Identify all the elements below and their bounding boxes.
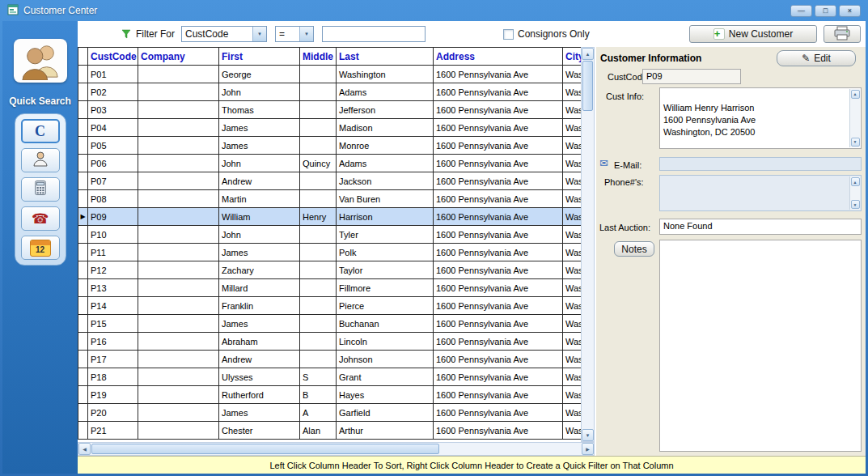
grid-cell-city[interactable]: Washington	[563, 208, 582, 226]
scroll-down-icon[interactable]: ▼	[582, 429, 594, 441]
grid-cell-first[interactable]: William	[219, 208, 300, 226]
table-row[interactable]: P14FranklinPierce1600 Pennsylvania AveWa…	[78, 297, 582, 315]
grid-cell-city[interactable]: Washington	[563, 404, 582, 422]
grid-cell-address[interactable]: 1600 Pennsylvania Ave	[434, 279, 563, 297]
grid-cell-custcode[interactable]: P16	[88, 333, 138, 351]
grid-cell-last[interactable]: Fillmore	[337, 279, 434, 297]
grid-cell-first[interactable]: James	[219, 244, 300, 261]
column-header-company[interactable]: Company	[138, 48, 219, 66]
grid-cell-address[interactable]: 1600 Pennsylvania Ave	[434, 226, 563, 244]
grid-cell-last[interactable]: Hayes	[337, 386, 434, 404]
column-header-address[interactable]: Address	[434, 48, 563, 66]
row-selector-cell[interactable]	[78, 368, 88, 386]
grid-cell-city[interactable]: Washington	[563, 422, 582, 440]
grid-cell-custcode[interactable]: P01	[88, 66, 138, 83]
grid-cell-first[interactable]: Zachary	[219, 261, 300, 279]
notes-field[interactable]	[659, 240, 862, 452]
table-row[interactable]: P08MartinVan Buren1600 Pennsylvania AveW…	[78, 190, 582, 208]
grid-cell-last[interactable]: Madison	[337, 119, 434, 137]
scroll-up-icon[interactable]: ▲	[851, 90, 860, 99]
grid-cell-city[interactable]: Washington	[563, 315, 582, 333]
grid-cell-middle[interactable]: A	[300, 404, 337, 422]
grid-cell-company[interactable]	[138, 279, 219, 297]
grid-cell-company[interactable]	[138, 351, 219, 368]
grid-cell-city[interactable]: Washington	[563, 261, 582, 279]
grid-cell-custcode[interactable]: P03	[88, 101, 138, 119]
scroll-up-icon[interactable]: ▲	[851, 177, 860, 186]
vertical-scroll-thumb[interactable]	[582, 61, 593, 111]
phones-scrollbar[interactable]: ▲ ▼	[849, 176, 860, 210]
grid-cell-address[interactable]: 1600 Pennsylvania Ave	[434, 351, 563, 368]
grid-cell-custcode[interactable]: P07	[88, 172, 138, 190]
quick-search-calculator-button[interactable]	[21, 177, 60, 202]
filter-field-dropdown[interactable]: CustCode ▼	[181, 26, 267, 42]
grid-cell-first[interactable]: Franklin	[219, 297, 300, 315]
maximize-icon[interactable]: □	[815, 5, 836, 17]
grid-cell-address[interactable]: 1600 Pennsylvania Ave	[434, 66, 563, 83]
row-selector-cell[interactable]	[78, 422, 88, 440]
grid-cell-custcode[interactable]: P13	[88, 279, 138, 297]
row-selector-cell[interactable]	[78, 226, 88, 244]
grid-cell-city[interactable]: Washington	[563, 190, 582, 208]
grid-cell-last[interactable]: Jefferson	[337, 101, 434, 119]
row-selector-cell[interactable]	[78, 315, 88, 333]
grid-cell-last[interactable]: Polk	[337, 244, 434, 261]
grid-cell-custcode[interactable]: P11	[88, 244, 138, 261]
row-selector-cell[interactable]	[78, 101, 88, 119]
grid-cell-last[interactable]: Garfield	[337, 404, 434, 422]
grid-cell-address[interactable]: 1600 Pennsylvania Ave	[434, 83, 563, 101]
grid-cell-middle[interactable]	[300, 190, 337, 208]
grid-cell-city[interactable]: Washington	[563, 137, 582, 155]
table-row[interactable]: P15JamesBuchanan1600 Pennsylvania AveWas…	[78, 315, 582, 333]
grid-cell-custcode[interactable]: P20	[88, 404, 138, 422]
table-row[interactable]: P10JohnTyler1600 Pennsylvania AveWashing…	[78, 226, 582, 244]
grid-cell-first[interactable]: Millard	[219, 279, 300, 297]
table-row[interactable]: P04JamesMadison1600 Pennsylvania AveWash…	[78, 119, 582, 137]
grid-cell-first[interactable]: Ulysses	[219, 368, 300, 386]
grid-cell-middle[interactable]	[300, 66, 337, 83]
vertical-scrollbar[interactable]: ▲ ▼	[581, 47, 595, 442]
grid-cell-address[interactable]: 1600 Pennsylvania Ave	[434, 297, 563, 315]
grid-cell-middle[interactable]	[300, 315, 337, 333]
grid-cell-custcode[interactable]: P08	[88, 190, 138, 208]
scroll-down-icon[interactable]: ▼	[851, 138, 860, 147]
table-row[interactable]: P07AndrewJackson1600 Pennsylvania AveWas…	[78, 172, 582, 190]
grid-cell-middle[interactable]	[300, 101, 337, 119]
grid-cell-last[interactable]: Jackson	[337, 172, 434, 190]
grid-cell-custcode[interactable]: P21	[88, 422, 138, 440]
grid-cell-middle[interactable]: S	[300, 368, 337, 386]
edit-button[interactable]: ✎ Edit	[777, 50, 856, 66]
quick-search-currency-button[interactable]: C	[21, 119, 60, 143]
grid-cell-first[interactable]: Rutherford	[219, 386, 300, 404]
grid-cell-middle[interactable]	[300, 172, 337, 190]
grid-cell-address[interactable]: 1600 Pennsylvania Ave	[434, 190, 563, 208]
grid-cell-company[interactable]	[138, 101, 219, 119]
grid-cell-custcode[interactable]: P02	[88, 83, 138, 101]
grid-cell-custcode[interactable]: P05	[88, 137, 138, 155]
grid-cell-custcode[interactable]: P18	[88, 368, 138, 386]
grid-cell-city[interactable]: Washington	[563, 351, 582, 368]
row-selector-cell[interactable]	[78, 333, 88, 351]
table-row[interactable]: P02JohnAdams1600 Pennsylvania AveWashing…	[78, 83, 582, 101]
grid-cell-first[interactable]: George	[219, 66, 300, 83]
grid-cell-first[interactable]: Andrew	[219, 172, 300, 190]
table-row[interactable]: P20JamesAGarfield1600 Pennsylvania AveWa…	[78, 404, 582, 422]
grid-cell-last[interactable]: Van Buren	[337, 190, 434, 208]
grid-cell-company[interactable]	[138, 244, 219, 261]
grid-cell-first[interactable]: Abraham	[219, 333, 300, 351]
column-header-city[interactable]: City	[563, 48, 582, 66]
quick-search-phone-button[interactable]: ☎	[21, 206, 60, 231]
grid-cell-last[interactable]: Adams	[337, 83, 434, 101]
grid-cell-city[interactable]: Washington	[563, 226, 582, 244]
grid-cell-address[interactable]: 1600 Pennsylvania Ave	[434, 422, 563, 440]
grid-cell-middle[interactable]	[300, 244, 337, 261]
grid-cell-middle[interactable]: Henry	[300, 208, 337, 226]
table-row[interactable]: ▶P09WilliamHenryHarrison1600 Pennsylvani…	[78, 208, 582, 226]
grid-cell-custcode[interactable]: P09	[88, 208, 138, 226]
grid-cell-middle[interactable]	[300, 261, 337, 279]
grid-cell-company[interactable]	[138, 155, 219, 172]
grid-cell-custcode[interactable]: P17	[88, 351, 138, 368]
grid-cell-company[interactable]	[138, 172, 219, 190]
row-selector-cell[interactable]	[78, 297, 88, 315]
table-row[interactable]: P21ChesterAlanArthur1600 Pennsylvania Av…	[78, 422, 582, 440]
